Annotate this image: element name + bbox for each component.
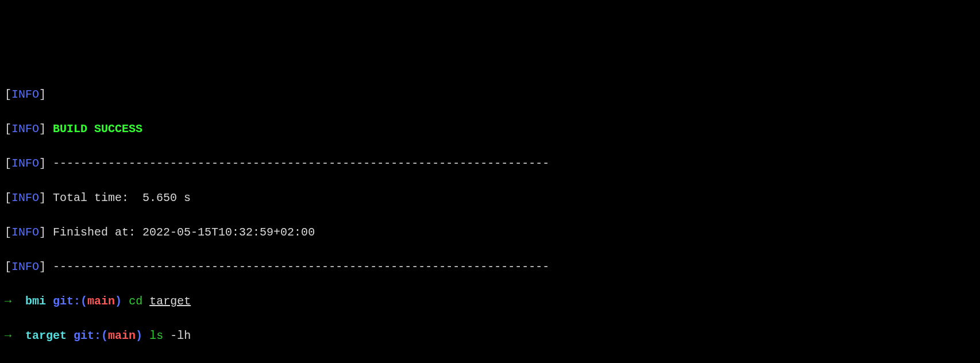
info-total-time: [INFO] Total time: 5.650 s — [5, 190, 975, 207]
info-build-success: [INFO] BUILD SUCCESS — [5, 121, 975, 138]
info-line-partial: [INFO] — [5, 86, 975, 103]
info-separator: [INFO] ---------------------------------… — [5, 155, 975, 172]
prompt-cd: → bmi git:(main) cd target — [5, 293, 975, 310]
info-finished-at: [INFO] Finished at: 2022-05-15T10:32:59+… — [5, 224, 975, 241]
info-separator: [INFO] ---------------------------------… — [5, 258, 975, 276]
prompt-ls: → target git:(main) ls -lh — [5, 327, 975, 345]
terminal-output[interactable]: [INFO] [INFO] BUILD SUCCESS [INFO] -----… — [0, 69, 980, 363]
